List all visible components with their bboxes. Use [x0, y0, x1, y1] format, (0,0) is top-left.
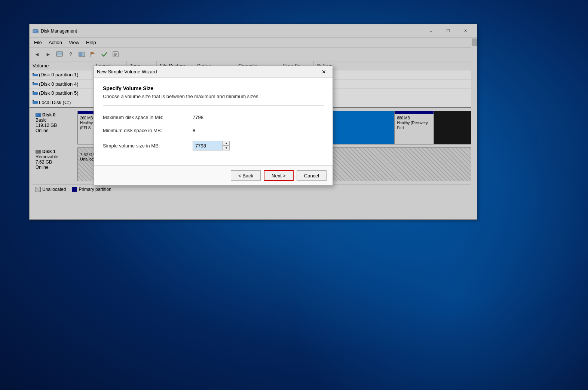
volume-size-label: Simple volume size in MB:: [103, 143, 193, 149]
dialog-section-desc: Choose a volume size that is between the…: [103, 94, 324, 99]
max-disk-space-row: Maximum disk space in MB: 7798: [103, 115, 324, 120]
spinner-up-button[interactable]: ▲: [223, 141, 230, 146]
dialog-divider: [103, 105, 324, 106]
spinner-down-button[interactable]: ▼: [223, 146, 230, 150]
new-simple-volume-wizard: New Simple Volume Wizard ✕ Specify Volum…: [94, 65, 333, 186]
min-disk-space-label: Minimum disk space in MB:: [103, 128, 193, 133]
cancel-button[interactable]: Cancel: [297, 170, 327, 181]
volume-size-input[interactable]: [193, 141, 223, 150]
dialog-content: Specify Volume Size Choose a volume size…: [94, 78, 333, 165]
max-disk-space-label: Maximum disk space in MB:: [103, 115, 193, 120]
next-button[interactable]: Next >: [264, 170, 294, 181]
min-disk-space-row: Minimum disk space in MB: 8: [103, 128, 324, 133]
back-button[interactable]: < Back: [231, 170, 261, 181]
dialog-fields: Maximum disk space in MB: 7798 Minimum d…: [103, 115, 324, 150]
volume-size-row: Simple volume size in MB: ▲ ▼: [103, 141, 324, 150]
dialog-section-title: Specify Volume Size: [103, 85, 324, 91]
dialog-title: New Simple Volume Wizard: [97, 69, 318, 74]
dialog-close-button[interactable]: ✕: [318, 66, 330, 77]
dialog-title-bar: New Simple Volume Wizard ✕: [94, 66, 333, 78]
min-disk-space-value: 8: [193, 128, 195, 133]
max-disk-space-value: 7798: [193, 115, 203, 120]
volume-size-input-group: ▲ ▼: [193, 141, 230, 150]
dialog-footer: < Back Next > Cancel: [94, 165, 333, 185]
dialog-overlay: New Simple Volume Wizard ✕ Specify Volum…: [0, 0, 588, 390]
spinner-buttons: ▲ ▼: [223, 141, 230, 150]
